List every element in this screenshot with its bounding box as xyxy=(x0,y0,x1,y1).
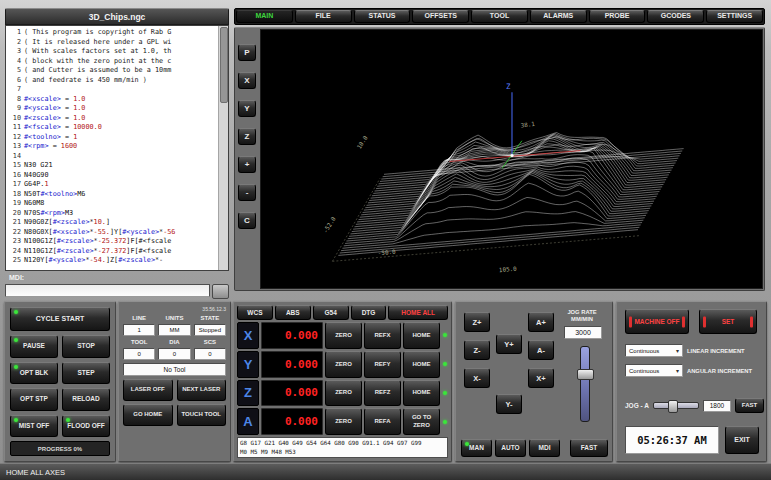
view-button-x[interactable]: X xyxy=(238,72,256,89)
status-header: SCS xyxy=(194,339,226,345)
jog-fast-button[interactable]: FAST xyxy=(570,439,608,457)
code-scrollbar-thumb[interactable] xyxy=(220,27,228,103)
homed-led xyxy=(442,380,448,407)
axis-value: 0.000 xyxy=(261,408,323,435)
menu-tab-alarms[interactable]: ALARMS xyxy=(530,10,587,23)
view-button-c[interactable]: C xyxy=(238,212,256,229)
jog-a-value: 1800 xyxy=(703,400,731,412)
mode-auto-button[interactable]: AUTO xyxy=(495,439,526,457)
reload-button[interactable]: RELOAD xyxy=(62,388,110,411)
a-home-button[interactable]: GO TO ZERO xyxy=(403,408,440,435)
jog-a-minus-button[interactable]: A- xyxy=(528,340,554,360)
x-zero-button[interactable]: ZERO xyxy=(325,322,362,349)
view-button-plus[interactable]: + xyxy=(238,156,256,173)
dro-row-x: X0.000ZEROREFXHOME xyxy=(237,322,448,349)
view-button-y[interactable]: Y xyxy=(238,100,256,117)
opt-blk-button[interactable]: OPT BLK xyxy=(10,362,58,385)
menu-tab-probe[interactable]: PROBE xyxy=(589,10,646,23)
view-button-z[interactable]: Z xyxy=(238,128,256,145)
code-line: 10#<zscale> = 1.0 xyxy=(8,114,218,124)
laser-off-button[interactable]: LASER OFF xyxy=(123,379,173,401)
jog-a-fast-button[interactable]: FAST xyxy=(735,398,764,413)
flood-off-button[interactable]: FLOOD OFF xyxy=(62,415,110,438)
menu-tab-status[interactable]: STATUS xyxy=(354,10,411,23)
dro-header-abs[interactable]: ABS xyxy=(275,305,311,320)
a-zero-button[interactable]: ZERO xyxy=(325,408,362,435)
dro-panel: WCSABSG54DTGHOME ALL X0.000ZEROREFXHOMEY… xyxy=(233,301,452,462)
home-all-button[interactable]: HOME ALL xyxy=(388,305,448,320)
status-buttons-row2: GO HOMETOUCH TOOL xyxy=(123,404,226,426)
jog-z-minusplus-button[interactable]: Z+ xyxy=(464,312,490,332)
next-laser-button[interactable]: NEXT LASER xyxy=(177,379,227,401)
z-ref-button[interactable]: REFZ xyxy=(364,380,401,407)
menu-tab-main[interactable]: MAIN xyxy=(236,10,293,23)
gcode-editor-panel: 3D_Chips.ngc 1( This program is copyrigh… xyxy=(5,8,229,271)
dro-header-wcs[interactable]: WCS xyxy=(237,305,273,320)
go-home-button[interactable]: GO HOME xyxy=(123,404,173,426)
status-values-row2: 000 xyxy=(123,348,226,360)
exit-button[interactable]: EXIT xyxy=(725,426,759,454)
mode-mdi-button[interactable]: MDI xyxy=(529,439,560,457)
code-line: 15N30 G21 xyxy=(8,161,218,171)
jog-a-slider-handle[interactable] xyxy=(668,400,678,413)
pause-button[interactable]: PAUSE xyxy=(10,335,58,358)
a-ref-button[interactable]: REFA xyxy=(364,408,401,435)
dro-header-g54[interactable]: G54 xyxy=(313,305,349,320)
jog-rate-slider-handle[interactable] xyxy=(577,369,594,380)
stop-button[interactable]: STOP xyxy=(62,335,110,358)
jog-x-minus-button[interactable]: X- xyxy=(464,368,490,388)
toolpath-canvas[interactable]: Z38.110.0-52.0-50.0105.0 xyxy=(260,29,763,289)
button-led xyxy=(14,338,18,342)
dro-header-dtg[interactable]: DTG xyxy=(351,305,387,320)
jog-y-minus-button[interactable]: Y- xyxy=(496,394,522,414)
jog-x-minusplus-button[interactable]: X+ xyxy=(528,368,554,388)
mode-label: MAN xyxy=(469,444,484,452)
linear-increment-dropdown[interactable]: Continuous ▾ xyxy=(625,344,683,357)
mist-off-button[interactable]: MIST OFF xyxy=(10,415,58,438)
code-line: 7 xyxy=(8,85,218,95)
view-toolbar: PXYZ+-C xyxy=(235,28,259,290)
y-zero-button[interactable]: ZERO xyxy=(325,351,362,378)
linear-increment-label: LINEAR INCREMENT xyxy=(687,348,745,354)
z-zero-button[interactable]: ZERO xyxy=(325,380,362,407)
jog-z-minus-button[interactable]: Z- xyxy=(464,340,490,360)
step-button[interactable]: STEP xyxy=(62,362,110,385)
menu-tab-gcodes[interactable]: GCODES xyxy=(647,10,704,23)
y-home-button[interactable]: HOME xyxy=(403,351,440,378)
dro-row-z: Z0.000ZEROREFZHOME xyxy=(237,380,448,407)
homed-led xyxy=(442,322,448,349)
mdi-input[interactable] xyxy=(5,284,210,297)
touch-tool-button[interactable]: TOUCH TOOL xyxy=(177,404,227,426)
code-line: 6( and feedrate is 450 mm/min ) xyxy=(8,76,218,86)
x-home-button[interactable]: HOME xyxy=(403,322,440,349)
y-ref-button[interactable]: REFY xyxy=(364,351,401,378)
cycle-start-button[interactable]: CYCLE START xyxy=(10,307,110,331)
jog-rate-slider[interactable] xyxy=(580,346,590,422)
menu-tab-offsets[interactable]: OFFSETS xyxy=(412,10,469,23)
dim-label: 38.1 xyxy=(520,120,536,129)
code-scrollbar[interactable] xyxy=(218,26,228,270)
x-ref-button[interactable]: REFX xyxy=(364,322,401,349)
angular-increment-dropdown[interactable]: Continuous ▾ xyxy=(625,364,683,377)
mdi-submit-button[interactable] xyxy=(212,284,229,299)
machine-off-button[interactable]: MACHINE OFF xyxy=(625,309,689,334)
mode-man-button[interactable]: MAN xyxy=(461,439,492,457)
jog-y-minusplus-button[interactable]: Y+ xyxy=(496,334,522,354)
menu-tab-tool[interactable]: TOOL xyxy=(471,10,528,23)
jog-a-minusplus-button[interactable]: A+ xyxy=(528,312,554,332)
angular-increment-label: ANGULAR INCREMENT xyxy=(687,368,752,374)
z-home-button[interactable]: HOME xyxy=(403,380,440,407)
code-area[interactable]: 1( This program is copyright of Rab G2( … xyxy=(5,25,229,271)
view-button-minus[interactable]: - xyxy=(238,184,256,201)
code-line: 14 xyxy=(8,152,218,162)
code-line: 17G64P.1 xyxy=(8,180,218,190)
opt-stp-button[interactable]: OPT STP xyxy=(10,388,58,411)
status-headers-row1: LINEUNITSSTATE xyxy=(123,315,226,321)
code-line: 13#<rpm> = 1600 xyxy=(8,142,218,152)
menu-tab-file[interactable]: FILE xyxy=(295,10,352,23)
estop-set-button[interactable]: SET xyxy=(699,309,757,334)
button-led xyxy=(14,418,18,422)
menu-tab-settings[interactable]: SETTINGS xyxy=(706,10,763,23)
view-button-p[interactable]: P xyxy=(238,44,256,61)
jog-a-slider[interactable] xyxy=(653,402,699,409)
